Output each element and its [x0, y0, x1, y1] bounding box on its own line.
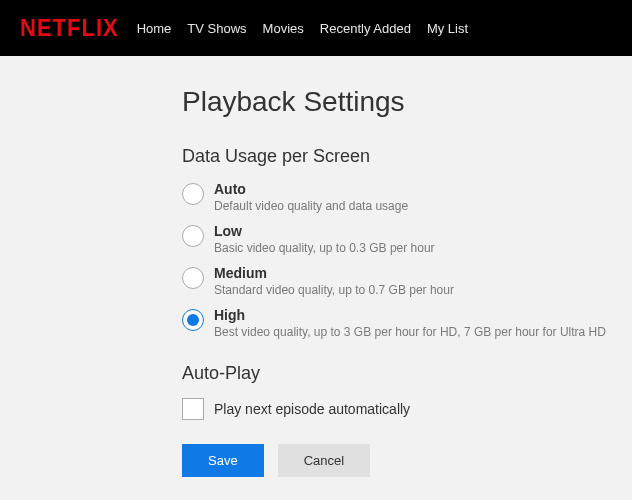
radio-text-medium: Medium Standard video quality, up to 0.7…: [214, 265, 454, 297]
nav-movies[interactable]: Movies: [263, 21, 304, 36]
top-navbar: NETFLIX Home TV Shows Movies Recently Ad…: [0, 0, 632, 56]
radio-label-auto: Auto: [214, 181, 408, 197]
radio-auto[interactable]: [182, 183, 204, 205]
radio-item-medium: Medium Standard video quality, up to 0.7…: [182, 265, 632, 297]
netflix-logo[interactable]: NETFLIX: [20, 14, 119, 43]
nav-my-list[interactable]: My List: [427, 21, 468, 36]
data-usage-section-title: Data Usage per Screen: [182, 146, 632, 167]
radio-medium[interactable]: [182, 267, 204, 289]
data-usage-radio-group: Auto Default video quality and data usag…: [182, 181, 632, 339]
cancel-button[interactable]: Cancel: [278, 444, 370, 477]
radio-low[interactable]: [182, 225, 204, 247]
radio-label-low: Low: [214, 223, 435, 239]
autoplay-checkbox-label: Play next episode automatically: [214, 401, 410, 417]
action-buttons: Save Cancel: [182, 444, 632, 477]
radio-item-low: Low Basic video quality, up to 0.3 GB pe…: [182, 223, 632, 255]
nav-tv-shows[interactable]: TV Shows: [187, 21, 246, 36]
autoplay-section-title: Auto-Play: [182, 363, 632, 384]
page-title: Playback Settings: [182, 86, 632, 118]
radio-text-high: High Best video quality, up to 3 GB per …: [214, 307, 606, 339]
save-button[interactable]: Save: [182, 444, 264, 477]
radio-text-low: Low Basic video quality, up to 0.3 GB pe…: [214, 223, 435, 255]
radio-desc-high: Best video quality, up to 3 GB per hour …: [214, 325, 606, 339]
radio-item-auto: Auto Default video quality and data usag…: [182, 181, 632, 213]
radio-desc-auto: Default video quality and data usage: [214, 199, 408, 213]
radio-item-high: High Best video quality, up to 3 GB per …: [182, 307, 632, 339]
radio-high[interactable]: [182, 309, 204, 331]
radio-label-medium: Medium: [214, 265, 454, 281]
autoplay-checkbox[interactable]: [182, 398, 204, 420]
radio-desc-low: Basic video quality, up to 0.3 GB per ho…: [214, 241, 435, 255]
radio-desc-medium: Standard video quality, up to 0.7 GB per…: [214, 283, 454, 297]
nav-home[interactable]: Home: [137, 21, 172, 36]
autoplay-checkbox-row: Play next episode automatically: [182, 398, 632, 420]
nav-recently-added[interactable]: Recently Added: [320, 21, 411, 36]
nav-links: Home TV Shows Movies Recently Added My L…: [137, 21, 468, 36]
radio-text-auto: Auto Default video quality and data usag…: [214, 181, 408, 213]
radio-label-high: High: [214, 307, 606, 323]
main-content: Playback Settings Data Usage per Screen …: [0, 56, 632, 477]
